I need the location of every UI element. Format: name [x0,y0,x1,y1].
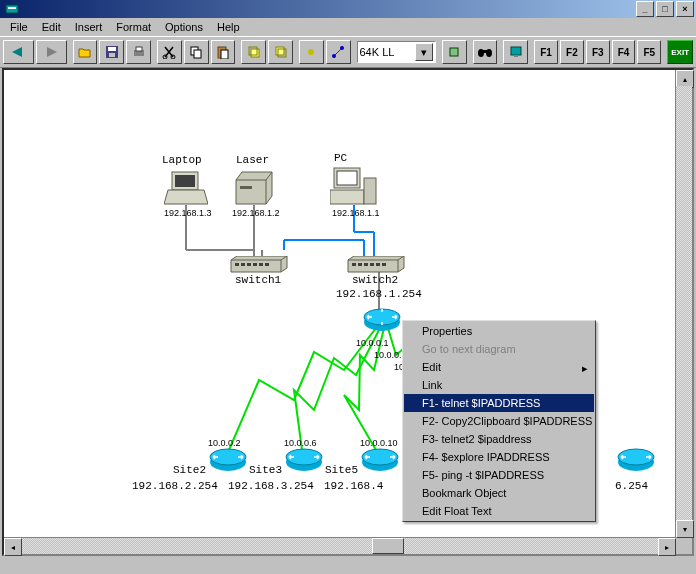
site6-ip: 6.254 [615,480,648,492]
menu-insert[interactable]: Insert [69,19,109,35]
horizontal-scrollbar[interactable]: ◂ ▸ [4,537,676,554]
print-button[interactable] [126,40,151,64]
svg-rect-26 [511,47,521,55]
svg-rect-50 [253,263,257,266]
svg-point-21 [340,46,344,50]
folder-open-icon [78,46,92,58]
f4-button[interactable]: F4 [612,40,636,64]
toolbar: 64K LL ▾ F1 F2 F3 F4 F5 EXIT [0,36,696,68]
discover-button[interactable] [442,40,467,64]
router-top-node[interactable] [362,308,402,332]
layers-back-icon [274,45,288,59]
svg-marker-3 [47,47,57,57]
canvas-container: Laptop 192.168.1.3 Laser 192.168.1.2 PC … [2,68,694,556]
svg-rect-15 [251,49,259,57]
site5-ip: 192.168.4 [324,480,383,492]
close-button[interactable]: × [676,1,694,17]
menu-help[interactable]: Help [211,19,246,35]
svg-rect-27 [514,55,518,57]
switch2-node[interactable] [346,256,406,274]
f5-button[interactable]: F5 [637,40,661,64]
link1-label: 10.0.0.1 [356,338,389,348]
svg-rect-52 [265,263,269,266]
svg-rect-44 [337,171,357,185]
cm-f4[interactable]: F4- $explore IPADDRESS [404,448,594,466]
open-button[interactable] [73,40,98,64]
minimize-button[interactable]: _ [636,1,654,17]
tool-a-button[interactable] [299,40,324,64]
printer-icon [132,45,146,59]
submenu-arrow-icon: ▸ [582,362,588,375]
svg-rect-54 [358,263,362,266]
menu-file[interactable]: File [4,19,34,35]
svg-rect-51 [259,263,263,266]
pc-node[interactable] [330,166,378,206]
triangle-left-icon [10,47,26,57]
f2-button[interactable]: F2 [560,40,584,64]
cm-properties[interactable]: Properties [404,322,594,340]
laptop-node[interactable] [164,170,208,206]
layers-front-icon [247,45,261,59]
svg-rect-1 [8,7,16,9]
cm-link[interactable]: Link [404,376,594,394]
exit-button[interactable]: EXIT [667,40,693,64]
pc-label: PC [334,152,347,164]
cm-f1[interactable]: F1- telnet $IPADDRESS [404,394,594,412]
scroll-right-button[interactable]: ▸ [658,538,676,556]
cm-edit-label: Edit [422,361,441,373]
cm-bookmark[interactable]: Bookmark Object [404,484,594,502]
cm-f5[interactable]: F5- ping -t $IPADDRESS [404,466,594,484]
menu-edit[interactable]: Edit [36,19,67,35]
site2-node[interactable] [208,448,248,472]
hscroll-thumb[interactable] [372,538,404,554]
connector-icon [331,45,345,59]
printer-node[interactable] [232,170,276,206]
svg-rect-57 [376,263,380,266]
copy-button[interactable] [184,40,209,64]
cm-edit[interactable]: Edit▸ [404,358,594,376]
svg-rect-41 [175,175,195,187]
f3-button[interactable]: F3 [586,40,610,64]
tool-b-button[interactable] [326,40,351,64]
cm-f3[interactable]: F3- telnet2 $ipaddress [404,430,594,448]
site5-node[interactable] [360,448,400,472]
scroll-down-button[interactable]: ▾ [676,520,694,538]
menu-format[interactable]: Format [110,19,157,35]
nav-forward-button[interactable] [36,40,67,64]
binoculars-button[interactable] [473,40,498,64]
svg-rect-14 [221,50,228,59]
node-tool-icon [304,45,318,59]
laptop-label: Laptop [162,154,202,166]
site3-node[interactable] [284,448,324,472]
menu-options[interactable]: Options [159,19,209,35]
vscroll-track[interactable] [676,86,692,522]
cut-button[interactable] [157,40,182,64]
svg-rect-56 [370,263,374,266]
switch1-node[interactable] [229,256,289,274]
cm-f2[interactable]: F2- Copy2Clipboard $IPADDRESS [404,412,594,430]
svg-rect-55 [364,263,368,266]
site6-node[interactable] [616,448,656,472]
paste-button[interactable] [211,40,236,64]
to-front-button[interactable] [241,40,266,64]
vertical-scrollbar[interactable]: ▴ ▾ [675,70,692,538]
site2-label: Site2 [173,464,206,476]
maximize-button[interactable]: □ [656,1,674,17]
app-icon [4,1,20,17]
scroll-left-button[interactable]: ◂ [4,538,22,556]
svg-rect-12 [194,50,201,58]
site3-link: 10.0.0.6 [284,438,317,448]
monitor-button[interactable] [503,40,528,64]
nav-back-button[interactable] [3,40,34,64]
site3-label: Site3 [249,464,282,476]
floppy-icon [105,45,119,59]
to-back-button[interactable] [268,40,293,64]
save-button[interactable] [99,40,124,64]
site2-ip: 192.168.2.254 [132,480,218,492]
f1-button[interactable]: F1 [534,40,558,64]
zoom-combo[interactable]: 64K LL ▾ [357,41,436,63]
svg-rect-48 [241,263,245,266]
hscroll-track[interactable] [22,538,658,554]
cm-float[interactable]: Edit Float Text [404,502,594,520]
diagram-canvas[interactable]: Laptop 192.168.1.3 Laser 192.168.1.2 PC … [4,70,676,538]
